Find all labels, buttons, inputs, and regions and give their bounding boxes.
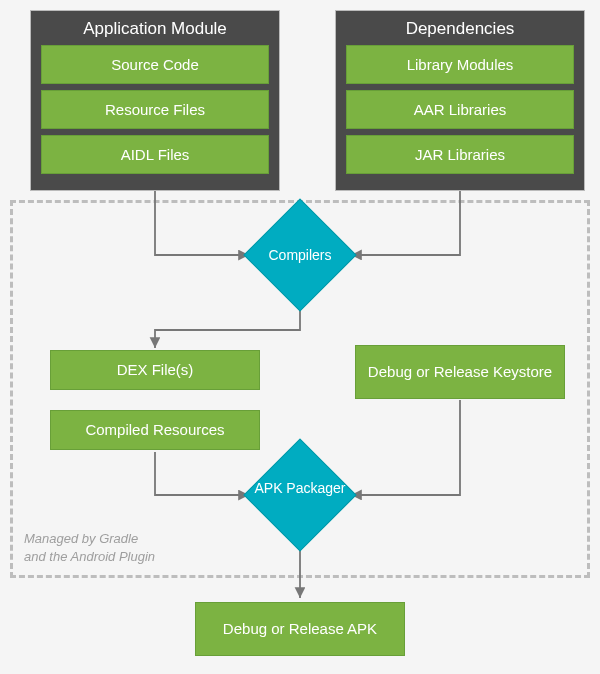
dependencies-item: Library Modules: [346, 45, 574, 84]
app-module-item: AIDL Files: [41, 135, 269, 174]
app-module-item: Source Code: [41, 45, 269, 84]
output-apk-label: Debug or Release APK: [223, 619, 377, 639]
dependencies-item: AAR Libraries: [346, 90, 574, 129]
app-module-item: Resource Files: [41, 90, 269, 129]
compiled-resources-label: Compiled Resources: [85, 420, 224, 440]
dependencies-item: JAR Libraries: [346, 135, 574, 174]
dex-files-label: DEX File(s): [117, 360, 194, 380]
keystore-label: Debug or Release Keystore: [368, 362, 552, 382]
dex-files-box: DEX File(s): [50, 350, 260, 390]
dependencies-title: Dependencies: [346, 19, 574, 39]
application-module-box: Application Module Source Code Resource …: [30, 10, 280, 191]
gradle-note: Managed by Gradle and the Android Plugin: [24, 530, 155, 566]
dependencies-box: Dependencies Library Modules AAR Librari…: [335, 10, 585, 191]
output-apk-box: Debug or Release APK: [195, 602, 405, 656]
keystore-box: Debug or Release Keystore: [355, 345, 565, 399]
application-module-title: Application Module: [41, 19, 269, 39]
gradle-note-line1: Managed by Gradle: [24, 530, 155, 548]
compiled-resources-box: Compiled Resources: [50, 410, 260, 450]
gradle-note-line2: and the Android Plugin: [24, 548, 155, 566]
